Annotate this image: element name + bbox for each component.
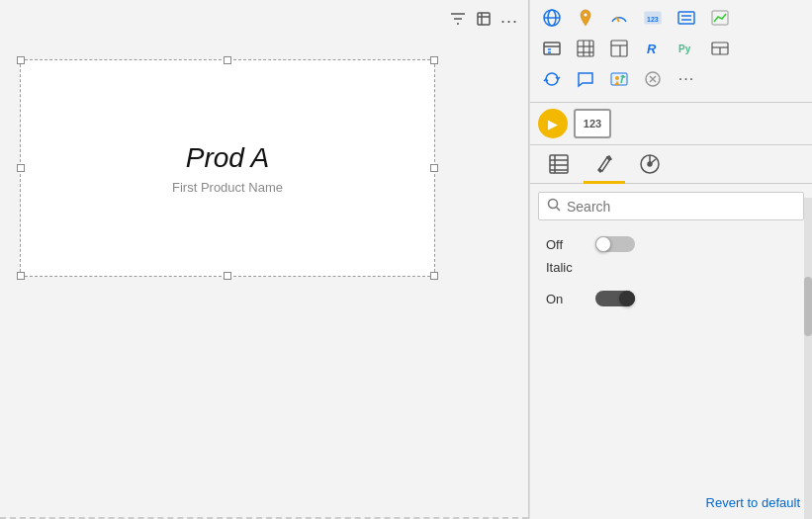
python-icon-btn[interactable]: Py xyxy=(671,35,702,62)
off-toggle-label: Off xyxy=(546,237,586,252)
scrollbar-thumb[interactable] xyxy=(804,277,812,336)
off-toggle-row: Off xyxy=(546,236,796,252)
tab-format[interactable] xyxy=(584,147,625,184)
revert-row: Revert to default xyxy=(706,493,800,511)
key-metrics-icon-btn[interactable] xyxy=(704,35,736,62)
svg-line-40 xyxy=(557,208,561,212)
more-options-icon[interactable]: ··· xyxy=(500,11,518,32)
on-toggle-row: On xyxy=(546,291,796,306)
svg-point-27 xyxy=(615,76,619,80)
globe-icon-btn[interactable] xyxy=(536,4,568,32)
resize-handle-mr[interactable] xyxy=(430,164,438,172)
line-chart-icon-btn[interactable] xyxy=(704,4,736,32)
separator-2 xyxy=(530,144,812,145)
svg-text:Py: Py xyxy=(678,43,691,54)
tab-analytics[interactable] xyxy=(629,147,671,184)
comment-icon-btn[interactable] xyxy=(570,65,601,93)
r-script-icon-btn[interactable]: R xyxy=(637,35,669,62)
svg-rect-26 xyxy=(611,73,627,85)
card-title: Prod A xyxy=(186,142,270,174)
resize-handle-tl[interactable] xyxy=(17,56,25,64)
separator-1 xyxy=(530,102,812,103)
smart-narrative-icon-btn[interactable] xyxy=(637,65,669,93)
play-tab-btn[interactable]: ▶ xyxy=(538,109,568,138)
svg-rect-7 xyxy=(678,12,694,24)
card-subtitle: First Product Name xyxy=(172,180,283,195)
mini-tab-row: ▶ 123 xyxy=(530,105,812,142)
search-box xyxy=(538,192,804,220)
filled-map-icon-btn[interactable] xyxy=(603,65,635,93)
icons-row-3: ··· xyxy=(536,65,806,93)
tab-fields[interactable] xyxy=(538,147,580,184)
off-toggle[interactable] xyxy=(595,236,635,252)
num-tab-btn[interactable]: 123 xyxy=(574,109,611,138)
list-icon-btn[interactable] xyxy=(671,4,702,32)
italic-section-label: Italic xyxy=(546,260,796,275)
revert-link[interactable]: Revert to default xyxy=(706,495,800,510)
svg-point-39 xyxy=(549,200,558,209)
more-visuals-icon-btn[interactable]: ··· xyxy=(671,65,702,93)
resize-handle-bm[interactable] xyxy=(224,272,231,280)
expand-icon[interactable] xyxy=(475,10,493,32)
right-panel: 123 xyxy=(529,0,812,519)
format-tabs xyxy=(530,147,812,184)
icons-row-2: R Py xyxy=(536,35,806,62)
svg-text:123: 123 xyxy=(647,16,659,23)
off-toggle-thumb xyxy=(595,236,611,252)
svg-rect-13 xyxy=(578,41,593,56)
svg-rect-11 xyxy=(544,43,560,54)
scrollbar-track[interactable] xyxy=(804,198,812,519)
search-container xyxy=(530,184,812,228)
play-icon: ▶ xyxy=(548,117,558,131)
on-toggle[interactable] xyxy=(595,291,635,306)
on-toggle-label: On xyxy=(546,292,586,306)
svg-text:R: R xyxy=(647,42,657,56)
sync-icon-btn[interactable] xyxy=(536,65,568,93)
matrix-icon-btn[interactable] xyxy=(570,35,601,62)
svg-point-4 xyxy=(584,13,587,17)
svg-point-38 xyxy=(648,162,652,166)
svg-rect-0 xyxy=(478,13,490,25)
on-toggle-thumb xyxy=(619,291,635,306)
resize-handle-br[interactable] xyxy=(430,272,438,280)
icons-area: 123 xyxy=(530,0,812,100)
number-card-icon-btn[interactable]: 123 xyxy=(637,4,669,32)
resize-handle-tr[interactable] xyxy=(430,56,438,64)
search-icon xyxy=(547,198,561,215)
svg-rect-18 xyxy=(611,41,627,56)
filter-table-icon-btn[interactable] xyxy=(536,35,568,62)
map-pin-icon-btn[interactable] xyxy=(570,4,601,32)
resize-handle-tm[interactable] xyxy=(224,56,231,64)
canvas-toolbar: ··· xyxy=(449,10,518,32)
resize-handle-bl[interactable] xyxy=(17,272,25,280)
card-visual: Prod A First Product Name xyxy=(20,59,435,277)
gauge-icon-btn[interactable] xyxy=(603,4,635,32)
filter-icon[interactable] xyxy=(449,10,467,32)
resize-handle-ml[interactable] xyxy=(17,164,25,172)
icons-row-1: 123 xyxy=(536,4,806,32)
search-input[interactable] xyxy=(567,199,795,215)
num-label: 123 xyxy=(584,118,601,130)
left-panel: ··· Prod A First Product Name xyxy=(0,0,529,519)
toggles-section: Off Italic On xyxy=(530,228,812,314)
table-icon-btn[interactable] xyxy=(603,35,635,62)
